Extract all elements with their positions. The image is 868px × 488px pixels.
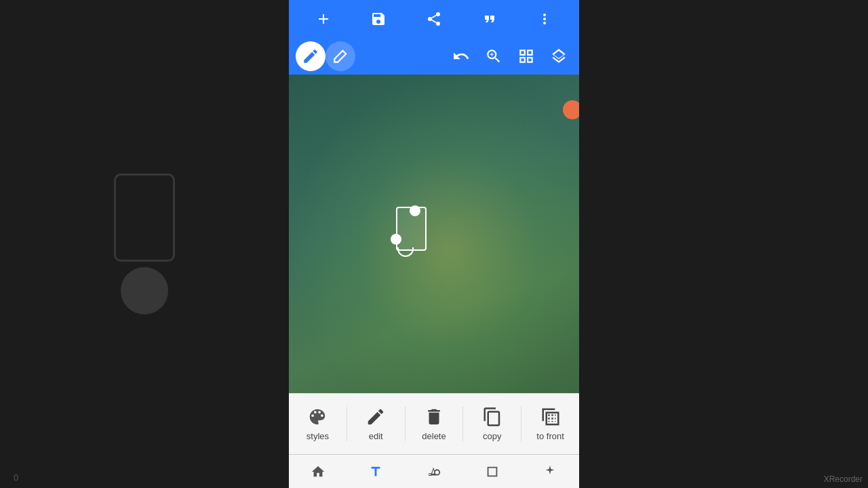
- shape-icon: [427, 464, 441, 479]
- to-front-action[interactable]: to front: [521, 407, 579, 441]
- nav-home-btn[interactable]: [304, 458, 332, 485]
- ghost-rect: [114, 174, 175, 262]
- left-panel: [0, 0, 289, 488]
- delete-label: delete: [422, 431, 446, 441]
- to-front-label: to front: [536, 431, 564, 441]
- pencil-tool[interactable]: [296, 41, 326, 71]
- add-button[interactable]: [310, 5, 337, 33]
- delete-icon: [424, 407, 444, 427]
- to-front-icon: [540, 407, 561, 427]
- more-button[interactable]: [531, 5, 558, 33]
- bottom-action-bar: styles edit delete copy: [289, 393, 579, 454]
- styles-icon: [307, 407, 328, 427]
- nav-shape-btn[interactable]: [420, 458, 448, 485]
- orange-dot: [563, 100, 579, 119]
- styles-action[interactable]: styles: [289, 407, 347, 441]
- handle-top[interactable]: [410, 205, 420, 216]
- zoom-button[interactable]: [480, 43, 507, 70]
- selected-object[interactable]: [391, 207, 431, 261]
- eraser-tool[interactable]: [326, 41, 355, 71]
- nav-bar: 0 XRecorder: [289, 454, 579, 488]
- canvas-background: [289, 75, 579, 393]
- app-panel: styles edit delete copy: [289, 0, 579, 488]
- ghost-circle: [121, 267, 168, 314]
- copy-action[interactable]: copy: [463, 407, 521, 441]
- sparkle-icon: [542, 464, 557, 479]
- ghost-image: [114, 174, 175, 314]
- grid-button[interactable]: [513, 43, 540, 70]
- nav-sparkle-btn[interactable]: [536, 458, 564, 485]
- edit-label: edit: [369, 431, 383, 441]
- copy-icon: [482, 407, 502, 427]
- right-panel: [579, 0, 868, 488]
- nav-text-btn[interactable]: [362, 458, 389, 485]
- toolbar-top: [289, 0, 579, 37]
- edit-icon: [366, 407, 386, 427]
- rotate-handle[interactable]: [397, 247, 414, 257]
- home-icon: [311, 464, 326, 479]
- edit-action[interactable]: edit: [347, 407, 406, 441]
- toolbar-second: [289, 37, 579, 75]
- handle-bottom[interactable]: [391, 234, 401, 245]
- share-button[interactable]: [420, 5, 448, 33]
- box-icon: [485, 464, 500, 479]
- nav-box-btn[interactable]: [479, 458, 506, 485]
- save-button[interactable]: [365, 5, 392, 33]
- styles-label: styles: [307, 431, 329, 441]
- layers-button[interactable]: [545, 43, 572, 70]
- canvas-area[interactable]: [289, 75, 579, 393]
- undo-button[interactable]: [448, 43, 475, 70]
- delete-action[interactable]: delete: [406, 407, 464, 441]
- quote-button[interactable]: [476, 5, 503, 33]
- rotate-arc: [397, 247, 414, 257]
- toolbar-right-tools: [448, 43, 572, 70]
- counter: 0: [14, 472, 18, 483]
- copy-label: copy: [483, 431, 501, 441]
- text-icon: [368, 464, 383, 479]
- xrecorder-watermark: XRecorder: [824, 474, 863, 484]
